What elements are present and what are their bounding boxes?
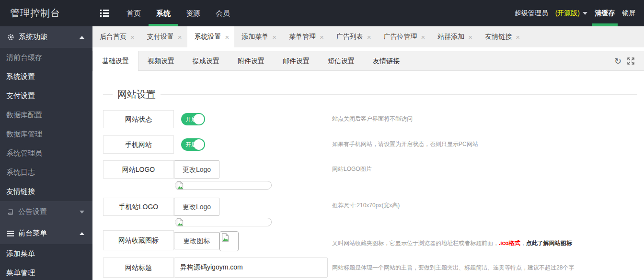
topnav-system[interactable]: 系统 [149,0,178,26]
sidebar-group-label: 前台菜单 [18,229,47,238]
subtab-toolbar: ↻ [614,51,635,71]
menu-toggle-icon[interactable] [100,10,109,17]
favicon-help-link[interactable]: 点此了解网站图标 [526,240,572,246]
content-card: 基础设置 视频设置 提成设置 附件设置 邮件设置 短信设置 友情链接 ↻ 网站设… [92,47,644,280]
sidebar-item-system-admin[interactable]: 系统管理员 [0,144,92,163]
sidebar-group-front-menu[interactable]: 前台菜单 [0,223,92,244]
field-label-site-logo: 网站LOGO [103,160,174,179]
sidebar-item-add-menu[interactable]: 添加菜单 [0,244,92,263]
caret-down-icon [583,12,587,15]
section-divider [103,94,637,95]
field-label-site-status: 网站状态 [103,110,174,128]
header-right: 超级管理员 (开源版) 清缓存 锁屏 [515,0,635,26]
open-tabs-bar: 后台首页× 支付设置× 系统设置× 添加菜单× 菜单管理× 广告列表× 广告位管… [92,26,644,47]
tab-add-menu[interactable]: 添加菜单× [234,26,282,47]
close-icon[interactable]: × [320,34,324,41]
close-icon[interactable]: × [468,34,472,41]
tab-system-settings[interactable]: 系统设置× [187,26,235,47]
tab-payment-settings[interactable]: 支付设置× [140,26,187,47]
field-hint: 网站LOGO图片 [332,165,372,173]
version-dropdown[interactable]: (开源版) [555,0,587,26]
change-favicon-button[interactable]: 更改图标 [174,232,219,249]
lock-screen-button[interactable]: 锁屏 [622,0,635,26]
change-logo-button[interactable]: 更改Logo [174,160,219,179]
gear-icon [7,34,14,41]
field-label-favicon: 网站收藏图标 [103,230,174,250]
app-logo: 管理控制台 [0,0,92,26]
logo-preview-broken-image [175,181,272,190]
sidebar-item-db-config[interactable]: 数据库配置 [0,105,92,124]
close-icon[interactable]: × [272,34,276,41]
field-label-mobile-site: 手机网站 [103,135,174,154]
sidebar-group-label: 公告设置 [18,207,47,216]
close-icon[interactable]: × [516,34,520,41]
close-icon[interactable]: × [421,34,426,41]
tab-ad-list[interactable]: 广告列表× [329,26,377,47]
tab-label: 添加菜单 [242,33,268,41]
sidebar-item-system-settings[interactable]: 系统设置 [0,67,92,86]
tab-label: 友情链接 [485,33,512,41]
tab-ad-position[interactable]: 广告位管理× [377,26,431,47]
sidebar-group-label: 系统功能 [19,33,47,42]
tab-backend-home[interactable]: 后台首页× [92,26,140,47]
topnav-resource[interactable]: 资源 [178,0,208,26]
main-area: 后台首页× 支付设置× 系统设置× 添加菜单× 菜单管理× 广告列表× 广告位管… [92,26,644,280]
field-hint: 如果有手机网站，请设置为开启状态，否则只显示PC网站 [332,140,478,148]
settings-subtabs: 基础设置 视频设置 提成设置 附件设置 邮件设置 短信设置 友情链接 [92,51,644,71]
close-icon[interactable]: × [225,34,230,41]
current-user[interactable]: 超级管理员 [515,0,548,26]
mobile-site-toggle[interactable]: 开启 [181,138,205,151]
top-nav: 首页 系统 资源 会员 [119,0,238,26]
tab-menu-manage[interactable]: 菜单管理× [282,26,329,47]
tab-label: 广告位管理 [384,33,417,41]
field-hint: 网站标题是体现一个网站的主旨，要做到主题突出、标题简洁、连贯等特点，建议不超过2… [332,263,574,272]
tab-friend-links[interactable]: 友情链接× [478,26,525,47]
sidebar: 系统功能 清前台缓存 系统设置 支付设置 数据库配置 数据库管理 系统管理员 系… [0,26,92,280]
topnav-member[interactable]: 会员 [208,0,238,26]
favicon-preview-broken-image [219,231,239,251]
tab-site-group-add[interactable]: 站群添加× [430,26,478,47]
fullscreen-icon[interactable] [627,57,635,65]
change-mobile-logo-button[interactable]: 更改Logo [174,198,219,216]
tab-label: 系统设置 [195,33,221,41]
mobile-logo-preview-broken-image [175,218,272,226]
hint-text: 又叫网站收藏夹图标，它显示位于浏览器的地址栏或者标题前面， [332,240,499,246]
field-hint: 推荐尺寸:210x70px(宽x高) [332,201,400,210]
subtab-mail-settings[interactable]: 邮件设置 [274,51,319,70]
sidebar-item-clear-front-cache[interactable]: 清前台缓存 [0,48,92,67]
field-label-mobile-logo: 手机站LOGO [103,198,174,216]
sidebar-item-payment-settings[interactable]: 支付设置 [0,86,92,105]
tab-label: 支付设置 [147,33,174,41]
sidebar-group-system[interactable]: 系统功能 [0,26,92,48]
sidebar-group-announcement[interactable]: 公告设置 [0,201,92,223]
chevron-up-icon [80,36,84,39]
sidebar-item-db-manage[interactable]: 数据库管理 [0,124,92,144]
site-status-toggle[interactable]: 开启 [181,113,205,125]
top-header: 管理控制台 首页 系统 资源 会员 超级管理员 (开源版) 清缓存 锁屏 [0,0,644,26]
subtab-commission-settings[interactable]: 提成设置 [184,51,229,70]
toggle-knob [194,114,204,124]
topnav-home[interactable]: 首页 [119,0,149,26]
site-title-input[interactable] [174,258,328,278]
close-icon[interactable]: × [367,34,371,41]
subtab-sms-settings[interactable]: 短信设置 [319,51,364,70]
field-hint: 又叫网站收藏夹图标，它显示位于浏览器的地址栏或者标题前面，.ico格式，点此了解… [332,239,572,247]
version-label: (开源版) [555,9,580,17]
tab-label: 广告列表 [336,33,363,41]
toggle-knob [194,139,204,150]
refresh-icon[interactable]: ↻ [614,57,621,66]
list-icon [7,231,14,236]
sidebar-item-menu-manage[interactable]: 菜单管理 [0,263,92,280]
close-icon[interactable]: × [178,34,182,41]
subtab-friend-links[interactable]: 友情链接 [364,51,409,70]
close-icon[interactable]: × [130,34,135,41]
sidebar-item-system-log[interactable]: 系统日志 [0,163,92,182]
subtab-video-settings[interactable]: 视频设置 [138,51,184,70]
field-hint: 站点关闭后客户界面将不能访问 [332,114,413,123]
chevron-down-icon [80,211,84,213]
field-label-site-title: 网站标题 [103,258,174,278]
clear-cache-button[interactable]: 清缓存 [595,0,615,26]
subtab-attachment-settings[interactable]: 附件设置 [229,51,274,70]
subtab-basic-settings[interactable]: 基础设置 [92,51,138,71]
sidebar-item-friend-links[interactable]: 友情链接 [0,182,92,201]
